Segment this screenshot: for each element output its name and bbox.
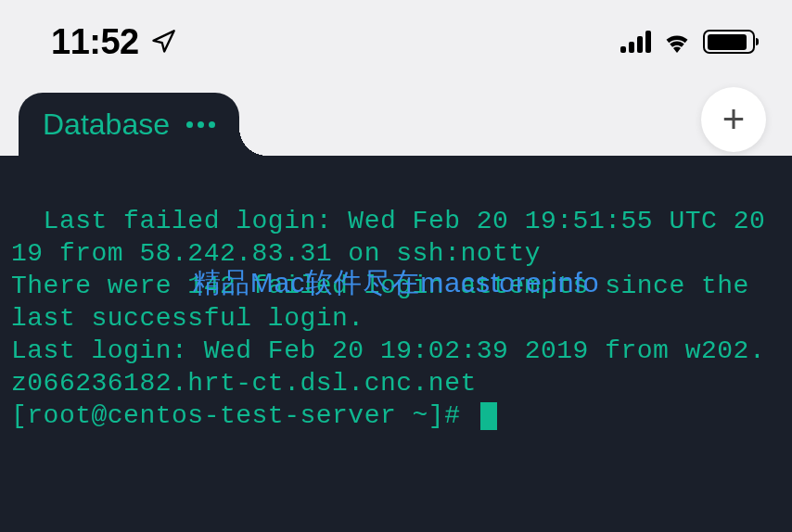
tab-row: Database + (0, 83, 792, 156)
status-bar: 11:52 (0, 0, 792, 83)
add-tab-button[interactable]: + (701, 87, 766, 152)
tab-database[interactable]: Database (19, 93, 239, 156)
terminal-line: Last failed login: Wed Feb 20 19:51:55 U… (11, 207, 765, 268)
terminal-prompt: [root@centos-test-server ~]# (11, 401, 477, 430)
battery-icon (703, 30, 755, 54)
wifi-icon (662, 31, 692, 53)
time-group: 11:52 (51, 22, 176, 62)
status-time: 11:52 (51, 22, 139, 62)
terminal-line: Last login: Wed Feb 20 19:02:39 2019 fro… (11, 336, 765, 398)
tab-label: Database (43, 108, 170, 142)
cursor-icon (480, 402, 497, 430)
location-icon (150, 29, 176, 55)
status-icons (620, 30, 755, 54)
plus-icon: + (722, 100, 746, 139)
cellular-signal-icon (620, 31, 651, 53)
terminal-output[interactable]: Last failed login: Wed Feb 20 19:51:55 U… (0, 156, 792, 532)
tab-menu-icon[interactable] (186, 121, 215, 128)
terminal-line: There were 142 failed login attempts sin… (11, 272, 765, 333)
